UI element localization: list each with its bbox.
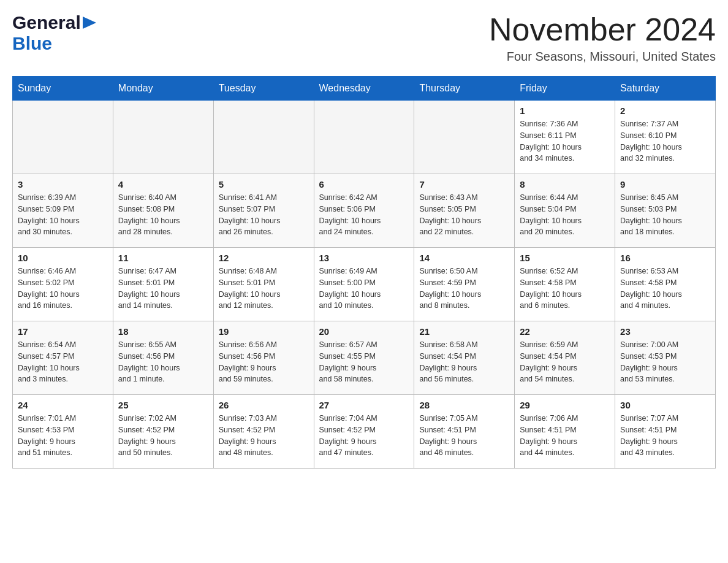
day-info: Sunrise: 6:55 AM Sunset: 4:56 PM Dayligh… [118,339,208,385]
day-info: Sunrise: 6:50 AM Sunset: 4:59 PM Dayligh… [419,266,509,312]
day-number: 10 [18,253,108,263]
day-number: 3 [18,179,108,190]
calendar-cell: 4Sunrise: 6:40 AM Sunset: 5:08 PM Daylig… [113,174,213,248]
day-info: Sunrise: 7:36 AM Sunset: 6:11 PM Dayligh… [520,118,610,164]
calendar-week-5: 24Sunrise: 7:01 AM Sunset: 4:53 PM Dayli… [13,395,716,469]
day-info: Sunrise: 6:54 AM Sunset: 4:57 PM Dayligh… [18,339,108,385]
logo: General Blue [12,12,96,54]
calendar-cell: 8Sunrise: 6:44 AM Sunset: 5:04 PM Daylig… [515,174,615,248]
logo-general-text: General [12,12,81,33]
calendar-week-2: 3Sunrise: 6:39 AM Sunset: 5:09 PM Daylig… [13,174,716,248]
calendar-cell: 9Sunrise: 6:45 AM Sunset: 5:03 PM Daylig… [615,174,716,248]
calendar-cell [314,101,414,174]
day-number: 22 [520,326,610,337]
month-title: November 2024 [489,12,716,47]
calendar-cell: 26Sunrise: 7:03 AM Sunset: 4:52 PM Dayli… [213,395,314,469]
svg-marker-0 [83,17,96,29]
day-number: 5 [219,179,309,190]
day-number: 23 [620,326,710,337]
weekday-header-wednesday: Wednesday [314,77,414,101]
day-info: Sunrise: 7:37 AM Sunset: 6:10 PM Dayligh… [620,118,710,164]
calendar-table: SundayMondayTuesdayWednesdayThursdayFrid… [12,76,716,469]
day-number: 6 [319,179,409,190]
calendar-week-1: 1Sunrise: 7:36 AM Sunset: 6:11 PM Daylig… [13,101,716,174]
weekday-header-saturday: Saturday [615,77,716,101]
day-number: 7 [419,179,509,190]
logo-blue-text: Blue [12,33,52,54]
calendar-cell [113,101,213,174]
day-info: Sunrise: 7:02 AM Sunset: 4:52 PM Dayligh… [118,413,208,459]
calendar-week-3: 10Sunrise: 6:46 AM Sunset: 5:02 PM Dayli… [13,248,716,321]
day-info: Sunrise: 6:46 AM Sunset: 5:02 PM Dayligh… [18,266,108,312]
calendar-cell: 2Sunrise: 7:37 AM Sunset: 6:10 PM Daylig… [615,101,716,174]
day-info: Sunrise: 6:43 AM Sunset: 5:05 PM Dayligh… [419,192,509,238]
day-number: 24 [18,400,108,410]
calendar-cell: 5Sunrise: 6:41 AM Sunset: 5:07 PM Daylig… [213,174,314,248]
day-info: Sunrise: 6:42 AM Sunset: 5:06 PM Dayligh… [319,192,409,238]
day-info: Sunrise: 7:06 AM Sunset: 4:51 PM Dayligh… [520,413,610,459]
day-number: 1 [520,105,610,116]
day-number: 18 [118,326,208,337]
calendar-cell: 15Sunrise: 6:52 AM Sunset: 4:58 PM Dayli… [515,248,615,321]
calendar-cell: 29Sunrise: 7:06 AM Sunset: 4:51 PM Dayli… [515,395,615,469]
day-info: Sunrise: 6:44 AM Sunset: 5:04 PM Dayligh… [520,192,610,238]
calendar-cell: 17Sunrise: 6:54 AM Sunset: 4:57 PM Dayli… [13,321,113,395]
day-info: Sunrise: 6:49 AM Sunset: 5:00 PM Dayligh… [319,266,409,312]
day-number: 17 [18,326,108,337]
day-info: Sunrise: 6:41 AM Sunset: 5:07 PM Dayligh… [219,192,309,238]
calendar-cell: 10Sunrise: 6:46 AM Sunset: 5:02 PM Dayli… [13,248,113,321]
calendar-cell: 21Sunrise: 6:58 AM Sunset: 4:54 PM Dayli… [414,321,515,395]
day-info: Sunrise: 6:52 AM Sunset: 4:58 PM Dayligh… [520,266,610,312]
calendar-cell: 28Sunrise: 7:05 AM Sunset: 4:51 PM Dayli… [414,395,515,469]
calendar-cell: 1Sunrise: 7:36 AM Sunset: 6:11 PM Daylig… [515,101,615,174]
calendar-week-4: 17Sunrise: 6:54 AM Sunset: 4:57 PM Dayli… [13,321,716,395]
calendar-header-row: SundayMondayTuesdayWednesdayThursdayFrid… [13,77,716,101]
title-section: November 2024 Four Seasons, Missouri, Un… [489,12,716,64]
day-number: 19 [219,326,309,337]
day-number: 26 [219,400,309,410]
day-number: 30 [620,400,710,410]
day-number: 14 [419,253,509,263]
calendar-cell [213,101,314,174]
calendar-cell: 12Sunrise: 6:48 AM Sunset: 5:01 PM Dayli… [213,248,314,321]
day-info: Sunrise: 7:00 AM Sunset: 4:53 PM Dayligh… [620,339,710,385]
calendar-cell: 7Sunrise: 6:43 AM Sunset: 5:05 PM Daylig… [414,174,515,248]
logo-arrow-icon [83,14,96,31]
day-info: Sunrise: 7:07 AM Sunset: 4:51 PM Dayligh… [620,413,710,459]
calendar-cell: 3Sunrise: 6:39 AM Sunset: 5:09 PM Daylig… [13,174,113,248]
weekday-header-sunday: Sunday [13,77,113,101]
day-info: Sunrise: 6:53 AM Sunset: 4:58 PM Dayligh… [620,266,710,312]
day-number: 27 [319,400,409,410]
day-number: 2 [620,105,710,116]
day-info: Sunrise: 7:03 AM Sunset: 4:52 PM Dayligh… [219,413,309,459]
day-number: 9 [620,179,710,190]
day-number: 4 [118,179,208,190]
day-info: Sunrise: 6:40 AM Sunset: 5:08 PM Dayligh… [118,192,208,238]
calendar-cell: 24Sunrise: 7:01 AM Sunset: 4:53 PM Dayli… [13,395,113,469]
calendar-cell: 22Sunrise: 6:59 AM Sunset: 4:54 PM Dayli… [515,321,615,395]
day-info: Sunrise: 6:58 AM Sunset: 4:54 PM Dayligh… [419,339,509,385]
calendar-cell: 30Sunrise: 7:07 AM Sunset: 4:51 PM Dayli… [615,395,716,469]
weekday-header-thursday: Thursday [414,77,515,101]
calendar-cell: 14Sunrise: 6:50 AM Sunset: 4:59 PM Dayli… [414,248,515,321]
calendar-cell: 25Sunrise: 7:02 AM Sunset: 4:52 PM Dayli… [113,395,213,469]
weekday-header-tuesday: Tuesday [213,77,314,101]
day-info: Sunrise: 6:57 AM Sunset: 4:55 PM Dayligh… [319,339,409,385]
calendar-cell [13,101,113,174]
day-info: Sunrise: 6:47 AM Sunset: 5:01 PM Dayligh… [118,266,208,312]
day-info: Sunrise: 6:59 AM Sunset: 4:54 PM Dayligh… [520,339,610,385]
calendar-cell: 27Sunrise: 7:04 AM Sunset: 4:52 PM Dayli… [314,395,414,469]
calendar-cell: 11Sunrise: 6:47 AM Sunset: 5:01 PM Dayli… [113,248,213,321]
day-number: 25 [118,400,208,410]
calendar-cell: 18Sunrise: 6:55 AM Sunset: 4:56 PM Dayli… [113,321,213,395]
logo-line1: General [12,12,96,33]
day-number: 15 [520,253,610,263]
calendar-cell: 13Sunrise: 6:49 AM Sunset: 5:00 PM Dayli… [314,248,414,321]
calendar-cell: 16Sunrise: 6:53 AM Sunset: 4:58 PM Dayli… [615,248,716,321]
weekday-header-friday: Friday [515,77,615,101]
day-number: 20 [319,326,409,337]
day-number: 12 [219,253,309,263]
day-info: Sunrise: 6:45 AM Sunset: 5:03 PM Dayligh… [620,192,710,238]
calendar-cell [414,101,515,174]
day-info: Sunrise: 6:39 AM Sunset: 5:09 PM Dayligh… [18,192,108,238]
